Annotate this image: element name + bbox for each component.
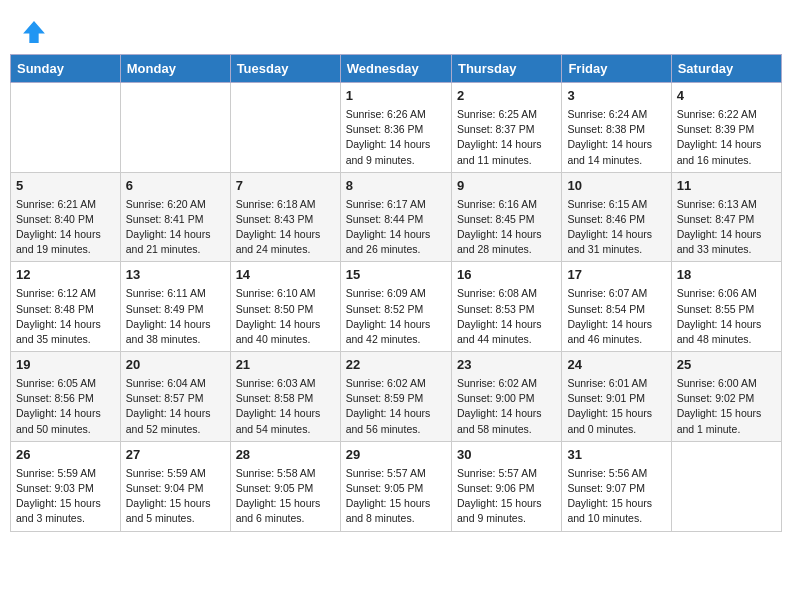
sunrise-text: Sunrise: 5:59 AM [126, 466, 225, 481]
daylight-text: and 26 minutes. [346, 242, 446, 257]
day-number: 24 [567, 356, 665, 375]
day-number: 8 [346, 177, 446, 196]
daylight-text: Daylight: 14 hours [236, 406, 335, 421]
daylight-text: and 6 minutes. [236, 511, 335, 526]
sunrise-text: Sunrise: 6:01 AM [567, 376, 665, 391]
sunset-text: Sunset: 8:56 PM [16, 391, 115, 406]
daylight-text: and 52 minutes. [126, 422, 225, 437]
sunset-text: Sunset: 9:01 PM [567, 391, 665, 406]
daylight-text: Daylight: 14 hours [126, 406, 225, 421]
daylight-text: and 24 minutes. [236, 242, 335, 257]
calendar-cell: 22Sunrise: 6:02 AMSunset: 8:59 PMDayligh… [340, 352, 451, 442]
day-number: 16 [457, 266, 556, 285]
sunset-text: Sunset: 8:54 PM [567, 302, 665, 317]
sunrise-text: Sunrise: 6:20 AM [126, 197, 225, 212]
calendar-cell: 18Sunrise: 6:06 AMSunset: 8:55 PMDayligh… [671, 262, 781, 352]
daylight-text: Daylight: 14 hours [236, 227, 335, 242]
daylight-text: and 46 minutes. [567, 332, 665, 347]
calendar-cell [230, 83, 340, 173]
calendar-cell: 5Sunrise: 6:21 AMSunset: 8:40 PMDaylight… [11, 172, 121, 262]
day-number: 25 [677, 356, 776, 375]
day-number: 20 [126, 356, 225, 375]
logo [20, 18, 52, 46]
calendar-cell: 26Sunrise: 5:59 AMSunset: 9:03 PMDayligh… [11, 441, 121, 531]
sunset-text: Sunset: 9:00 PM [457, 391, 556, 406]
sunrise-text: Sunrise: 6:10 AM [236, 286, 335, 301]
calendar-table: SundayMondayTuesdayWednesdayThursdayFrid… [10, 54, 782, 532]
calendar-cell: 10Sunrise: 6:15 AMSunset: 8:46 PMDayligh… [562, 172, 671, 262]
svg-marker-0 [23, 21, 45, 43]
sunset-text: Sunset: 8:48 PM [16, 302, 115, 317]
sunrise-text: Sunrise: 6:03 AM [236, 376, 335, 391]
sunset-text: Sunset: 8:43 PM [236, 212, 335, 227]
calendar-week-row: 1Sunrise: 6:26 AMSunset: 8:36 PMDaylight… [11, 83, 782, 173]
daylight-text: and 14 minutes. [567, 153, 665, 168]
sunrise-text: Sunrise: 6:09 AM [346, 286, 446, 301]
sunrise-text: Sunrise: 6:17 AM [346, 197, 446, 212]
sunset-text: Sunset: 8:53 PM [457, 302, 556, 317]
day-number: 18 [677, 266, 776, 285]
daylight-text: Daylight: 15 hours [457, 496, 556, 511]
day-number: 22 [346, 356, 446, 375]
sunset-text: Sunset: 8:38 PM [567, 122, 665, 137]
daylight-text: Daylight: 14 hours [236, 317, 335, 332]
sunset-text: Sunset: 8:55 PM [677, 302, 776, 317]
daylight-text: Daylight: 14 hours [677, 317, 776, 332]
calendar-cell: 21Sunrise: 6:03 AMSunset: 8:58 PMDayligh… [230, 352, 340, 442]
sunrise-text: Sunrise: 5:57 AM [457, 466, 556, 481]
sunset-text: Sunset: 8:37 PM [457, 122, 556, 137]
calendar-cell: 20Sunrise: 6:04 AMSunset: 8:57 PMDayligh… [120, 352, 230, 442]
sunrise-text: Sunrise: 5:56 AM [567, 466, 665, 481]
daylight-text: and 33 minutes. [677, 242, 776, 257]
daylight-text: and 5 minutes. [126, 511, 225, 526]
sunset-text: Sunset: 8:50 PM [236, 302, 335, 317]
calendar-cell: 29Sunrise: 5:57 AMSunset: 9:05 PMDayligh… [340, 441, 451, 531]
sunrise-text: Sunrise: 6:11 AM [126, 286, 225, 301]
daylight-text: Daylight: 14 hours [346, 317, 446, 332]
daylight-text: Daylight: 14 hours [677, 137, 776, 152]
day-number: 13 [126, 266, 225, 285]
calendar-week-row: 26Sunrise: 5:59 AMSunset: 9:03 PMDayligh… [11, 441, 782, 531]
calendar-cell: 6Sunrise: 6:20 AMSunset: 8:41 PMDaylight… [120, 172, 230, 262]
daylight-text: and 1 minute. [677, 422, 776, 437]
day-number: 17 [567, 266, 665, 285]
calendar-cell [671, 441, 781, 531]
day-number: 30 [457, 446, 556, 465]
col-header-friday: Friday [562, 55, 671, 83]
day-number: 26 [16, 446, 115, 465]
calendar-body: 1Sunrise: 6:26 AMSunset: 8:36 PMDaylight… [11, 83, 782, 532]
daylight-text: Daylight: 15 hours [567, 496, 665, 511]
sunset-text: Sunset: 8:59 PM [346, 391, 446, 406]
calendar-week-row: 5Sunrise: 6:21 AMSunset: 8:40 PMDaylight… [11, 172, 782, 262]
daylight-text: and 58 minutes. [457, 422, 556, 437]
daylight-text: and 0 minutes. [567, 422, 665, 437]
day-number: 15 [346, 266, 446, 285]
day-number: 1 [346, 87, 446, 106]
sunset-text: Sunset: 9:06 PM [457, 481, 556, 496]
day-number: 3 [567, 87, 665, 106]
daylight-text: and 40 minutes. [236, 332, 335, 347]
calendar-cell: 27Sunrise: 5:59 AMSunset: 9:04 PMDayligh… [120, 441, 230, 531]
calendar-cell: 25Sunrise: 6:00 AMSunset: 9:02 PMDayligh… [671, 352, 781, 442]
daylight-text: Daylight: 14 hours [16, 227, 115, 242]
calendar-cell: 2Sunrise: 6:25 AMSunset: 8:37 PMDaylight… [451, 83, 561, 173]
daylight-text: and 8 minutes. [346, 511, 446, 526]
sunset-text: Sunset: 9:03 PM [16, 481, 115, 496]
calendar-cell [120, 83, 230, 173]
sunset-text: Sunset: 8:45 PM [457, 212, 556, 227]
daylight-text: and 19 minutes. [16, 242, 115, 257]
calendar-cell: 9Sunrise: 6:16 AMSunset: 8:45 PMDaylight… [451, 172, 561, 262]
sunrise-text: Sunrise: 6:13 AM [677, 197, 776, 212]
sunrise-text: Sunrise: 6:00 AM [677, 376, 776, 391]
page-header [10, 10, 782, 54]
calendar-header-row: SundayMondayTuesdayWednesdayThursdayFrid… [11, 55, 782, 83]
sunset-text: Sunset: 9:04 PM [126, 481, 225, 496]
daylight-text: and 3 minutes. [16, 511, 115, 526]
logo-icon [20, 18, 48, 46]
daylight-text: and 9 minutes. [457, 511, 556, 526]
sunrise-text: Sunrise: 6:02 AM [457, 376, 556, 391]
sunrise-text: Sunrise: 6:15 AM [567, 197, 665, 212]
sunset-text: Sunset: 8:52 PM [346, 302, 446, 317]
day-number: 19 [16, 356, 115, 375]
daylight-text: Daylight: 14 hours [457, 137, 556, 152]
